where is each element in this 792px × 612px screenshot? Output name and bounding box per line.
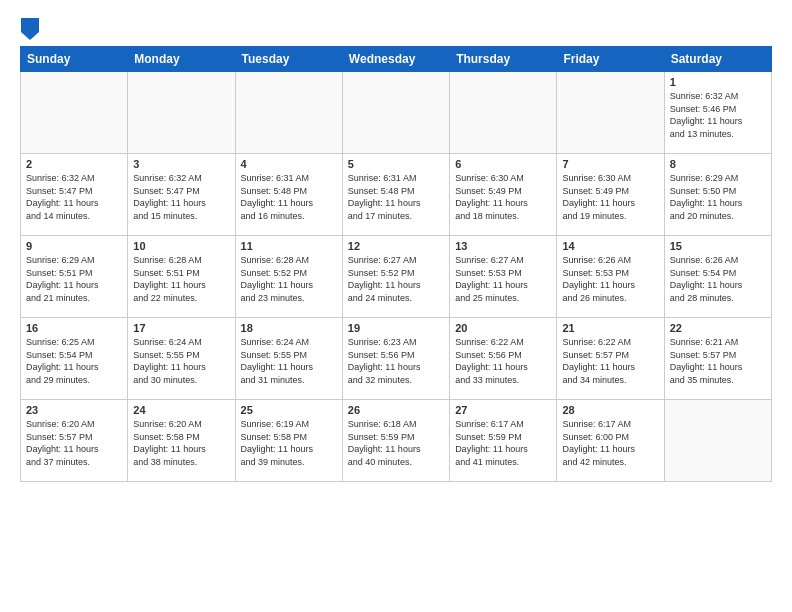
calendar-cell: 10Sunrise: 6:28 AMSunset: 5:51 PMDayligh… bbox=[128, 236, 235, 318]
day-info: Sunset: 5:54 PM bbox=[26, 349, 122, 362]
day-info: Sunrise: 6:31 AM bbox=[348, 172, 444, 185]
day-info: Daylight: 11 hours bbox=[133, 279, 229, 292]
day-info: Daylight: 11 hours bbox=[241, 443, 337, 456]
day-number: 16 bbox=[26, 322, 122, 334]
day-info: and 40 minutes. bbox=[348, 456, 444, 469]
day-info: Daylight: 11 hours bbox=[348, 361, 444, 374]
day-number: 24 bbox=[133, 404, 229, 416]
calendar-cell: 6Sunrise: 6:30 AMSunset: 5:49 PMDaylight… bbox=[450, 154, 557, 236]
day-info: Daylight: 11 hours bbox=[348, 197, 444, 210]
day-info: and 39 minutes. bbox=[241, 456, 337, 469]
header bbox=[20, 18, 772, 38]
day-info: Sunset: 5:48 PM bbox=[348, 185, 444, 198]
calendar-cell: 25Sunrise: 6:19 AMSunset: 5:58 PMDayligh… bbox=[235, 400, 342, 482]
day-number: 20 bbox=[455, 322, 551, 334]
day-number: 9 bbox=[26, 240, 122, 252]
day-info: Daylight: 11 hours bbox=[455, 279, 551, 292]
day-info: Sunset: 5:49 PM bbox=[455, 185, 551, 198]
day-info: Daylight: 11 hours bbox=[26, 361, 122, 374]
day-info: Sunset: 5:51 PM bbox=[26, 267, 122, 280]
weekday-header-tuesday: Tuesday bbox=[235, 47, 342, 72]
day-info: Sunrise: 6:23 AM bbox=[348, 336, 444, 349]
day-info: Sunrise: 6:24 AM bbox=[241, 336, 337, 349]
calendar-cell: 26Sunrise: 6:18 AMSunset: 5:59 PMDayligh… bbox=[342, 400, 449, 482]
day-info: Sunset: 5:53 PM bbox=[562, 267, 658, 280]
day-info: Sunrise: 6:17 AM bbox=[562, 418, 658, 431]
day-info: and 25 minutes. bbox=[455, 292, 551, 305]
day-info: Sunrise: 6:26 AM bbox=[562, 254, 658, 267]
week-row-0: 1Sunrise: 6:32 AMSunset: 5:46 PMDaylight… bbox=[21, 72, 772, 154]
calendar-cell: 22Sunrise: 6:21 AMSunset: 5:57 PMDayligh… bbox=[664, 318, 771, 400]
day-number: 25 bbox=[241, 404, 337, 416]
day-info: Daylight: 11 hours bbox=[241, 197, 337, 210]
day-info: and 19 minutes. bbox=[562, 210, 658, 223]
day-info: Daylight: 11 hours bbox=[562, 361, 658, 374]
day-number: 3 bbox=[133, 158, 229, 170]
day-number: 8 bbox=[670, 158, 766, 170]
calendar-cell bbox=[664, 400, 771, 482]
day-info: Sunrise: 6:29 AM bbox=[26, 254, 122, 267]
calendar-cell: 13Sunrise: 6:27 AMSunset: 5:53 PMDayligh… bbox=[450, 236, 557, 318]
day-number: 11 bbox=[241, 240, 337, 252]
day-info: Daylight: 11 hours bbox=[26, 197, 122, 210]
day-info: and 28 minutes. bbox=[670, 292, 766, 305]
day-info: and 38 minutes. bbox=[133, 456, 229, 469]
day-info: Daylight: 11 hours bbox=[348, 443, 444, 456]
day-info: Sunrise: 6:25 AM bbox=[26, 336, 122, 349]
day-number: 14 bbox=[562, 240, 658, 252]
day-info: and 16 minutes. bbox=[241, 210, 337, 223]
day-info: Sunrise: 6:17 AM bbox=[455, 418, 551, 431]
day-info: Sunset: 5:51 PM bbox=[133, 267, 229, 280]
day-number: 13 bbox=[455, 240, 551, 252]
calendar-cell: 15Sunrise: 6:26 AMSunset: 5:54 PMDayligh… bbox=[664, 236, 771, 318]
day-info: Sunset: 5:48 PM bbox=[241, 185, 337, 198]
day-number: 22 bbox=[670, 322, 766, 334]
day-info: and 30 minutes. bbox=[133, 374, 229, 387]
day-info: Sunset: 6:00 PM bbox=[562, 431, 658, 444]
day-info: and 41 minutes. bbox=[455, 456, 551, 469]
calendar-cell bbox=[235, 72, 342, 154]
day-number: 6 bbox=[455, 158, 551, 170]
svg-marker-0 bbox=[21, 18, 39, 40]
calendar-cell: 11Sunrise: 6:28 AMSunset: 5:52 PMDayligh… bbox=[235, 236, 342, 318]
day-info: Daylight: 11 hours bbox=[241, 279, 337, 292]
day-info: Sunset: 5:49 PM bbox=[562, 185, 658, 198]
weekday-header-friday: Friday bbox=[557, 47, 664, 72]
week-row-3: 16Sunrise: 6:25 AMSunset: 5:54 PMDayligh… bbox=[21, 318, 772, 400]
day-info: Sunset: 5:55 PM bbox=[133, 349, 229, 362]
day-info: Sunrise: 6:27 AM bbox=[455, 254, 551, 267]
calendar-cell: 14Sunrise: 6:26 AMSunset: 5:53 PMDayligh… bbox=[557, 236, 664, 318]
day-info: and 31 minutes. bbox=[241, 374, 337, 387]
day-info: and 13 minutes. bbox=[670, 128, 766, 141]
day-info: Sunset: 5:58 PM bbox=[133, 431, 229, 444]
day-info: Daylight: 11 hours bbox=[26, 279, 122, 292]
calendar-cell: 21Sunrise: 6:22 AMSunset: 5:57 PMDayligh… bbox=[557, 318, 664, 400]
day-info: Sunset: 5:50 PM bbox=[670, 185, 766, 198]
day-number: 5 bbox=[348, 158, 444, 170]
day-info: Daylight: 11 hours bbox=[562, 279, 658, 292]
weekday-header-thursday: Thursday bbox=[450, 47, 557, 72]
day-info: Daylight: 11 hours bbox=[455, 197, 551, 210]
day-info: Sunrise: 6:22 AM bbox=[455, 336, 551, 349]
day-info: Sunrise: 6:30 AM bbox=[455, 172, 551, 185]
day-info: Daylight: 11 hours bbox=[455, 361, 551, 374]
weekday-header-monday: Monday bbox=[128, 47, 235, 72]
day-info: Sunset: 5:59 PM bbox=[348, 431, 444, 444]
day-info: Sunset: 5:57 PM bbox=[670, 349, 766, 362]
day-info: Daylight: 11 hours bbox=[562, 197, 658, 210]
day-info: Sunrise: 6:21 AM bbox=[670, 336, 766, 349]
day-info: Sunset: 5:56 PM bbox=[455, 349, 551, 362]
week-row-2: 9Sunrise: 6:29 AMSunset: 5:51 PMDaylight… bbox=[21, 236, 772, 318]
day-number: 15 bbox=[670, 240, 766, 252]
day-info: and 22 minutes. bbox=[133, 292, 229, 305]
page: SundayMondayTuesdayWednesdayThursdayFrid… bbox=[0, 0, 792, 612]
day-number: 10 bbox=[133, 240, 229, 252]
day-info: and 20 minutes. bbox=[670, 210, 766, 223]
calendar-cell: 5Sunrise: 6:31 AMSunset: 5:48 PMDaylight… bbox=[342, 154, 449, 236]
day-info: Sunrise: 6:19 AM bbox=[241, 418, 337, 431]
day-info: Sunrise: 6:27 AM bbox=[348, 254, 444, 267]
day-info: Sunset: 5:46 PM bbox=[670, 103, 766, 116]
calendar-cell: 16Sunrise: 6:25 AMSunset: 5:54 PMDayligh… bbox=[21, 318, 128, 400]
logo-icon bbox=[21, 18, 39, 40]
day-info: Sunrise: 6:30 AM bbox=[562, 172, 658, 185]
